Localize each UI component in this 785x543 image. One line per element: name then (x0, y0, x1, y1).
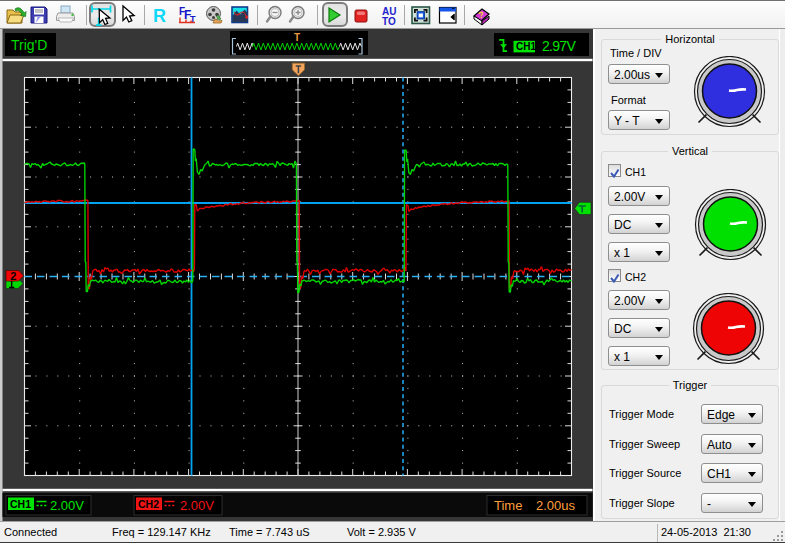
svg-text:CH1: CH1 (516, 41, 536, 52)
svg-text:R: R (153, 6, 166, 26)
svg-text:TO: TO (382, 16, 396, 27)
svg-text:2.00V: 2.00V (50, 498, 84, 513)
svg-text:CH2: CH2 (138, 498, 159, 510)
svg-text:2.97V: 2.97V (542, 38, 576, 54)
svg-text:2.00V: 2.00V (180, 498, 214, 513)
svg-text:2.00us: 2.00us (536, 498, 576, 513)
svg-text:T: T (294, 32, 300, 43)
svg-text:CH1: CH1 (10, 498, 31, 510)
svg-text:2: 2 (10, 270, 16, 282)
svg-text:Time: Time (494, 498, 522, 513)
svg-text:Trig'D: Trig'D (11, 37, 47, 53)
